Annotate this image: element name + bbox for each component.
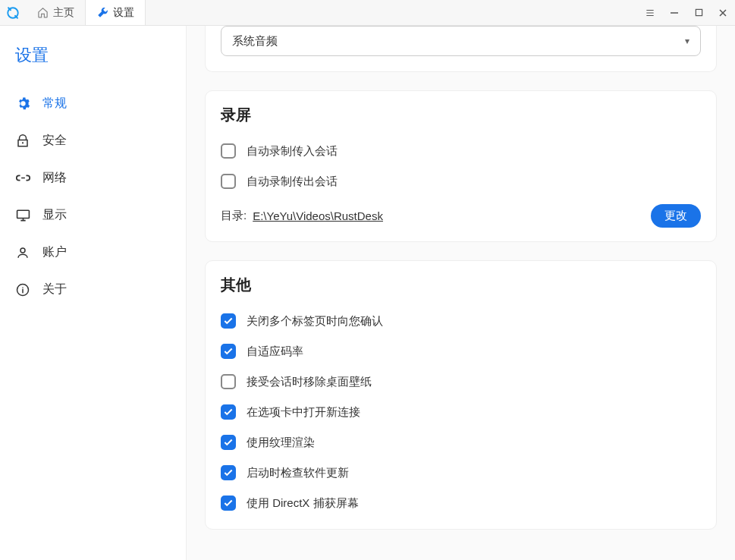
lock-icon [15, 134, 30, 149]
checkbox-row-auto-in[interactable]: 自动录制传入会话 [221, 136, 701, 166]
svg-rect-0 [696, 9, 702, 15]
svg-point-1 [22, 142, 24, 143]
sidebar-item-label: 常规 [42, 96, 67, 112]
content-area: 系统音频 ▾ 录屏 自动录制传入会话 自动录制传出会话 目录: E:\ [187, 26, 735, 560]
user-icon [15, 245, 30, 260]
checkbox-row[interactable]: 自适应码率 [221, 336, 701, 367]
checkbox-label: 关闭多个标签页时向您确认 [247, 314, 383, 329]
recording-title: 录屏 [221, 105, 701, 125]
sidebar-item-label: 显示 [42, 207, 67, 223]
checkbox-icon [221, 143, 236, 159]
sidebar-item-account[interactable]: 账户 [0, 234, 186, 271]
checkbox-label: 自动录制传出会话 [247, 175, 338, 189]
recording-path-row: 目录: E:\YeYu\Videos\RustDesk 更改 [221, 197, 701, 231]
checkbox-label: 接受会话时移除桌面壁纸 [247, 375, 372, 389]
checkbox-row[interactable]: 启动时检查软件更新 [221, 458, 701, 488]
sidebar-item-label: 账户 [42, 244, 67, 260]
sidebar: 设置 常规 安全 网络 显示 [0, 26, 187, 560]
sidebar-item-network[interactable]: 网络 [0, 159, 186, 197]
checkbox-icon [221, 313, 236, 329]
checkbox-row-auto-out[interactable]: 自动录制传出会话 [221, 166, 701, 197]
sidebar-item-label: 网络 [42, 170, 67, 186]
checkbox-row[interactable]: 接受会话时移除桌面壁纸 [221, 367, 701, 397]
main-area: 设置 常规 安全 网络 显示 [0, 26, 735, 560]
close-button[interactable] [711, 0, 735, 25]
chevron-down-icon: ▾ [685, 36, 689, 46]
home-icon [36, 7, 49, 19]
link-icon [15, 171, 30, 186]
recording-path[interactable]: E:\YeYu\Videos\RustDesk [253, 209, 383, 222]
sidebar-item-about[interactable]: 关于 [0, 271, 186, 308]
checkbox-icon [221, 374, 236, 389]
sidebar-item-security[interactable]: 安全 [0, 122, 186, 159]
checkbox-icon [221, 344, 236, 359]
wrench-icon [96, 7, 108, 19]
recording-card: 录屏 自动录制传入会话 自动录制传出会话 目录: E:\YeYu\Videos\… [205, 90, 717, 242]
checkbox-icon [221, 435, 236, 450]
menu-icon[interactable] [638, 0, 662, 25]
checkbox-row[interactable]: 在选项卡中打开新连接 [221, 397, 701, 427]
info-icon [15, 282, 30, 297]
svg-point-3 [20, 248, 25, 253]
title-bar: 主页 设置 [0, 0, 735, 26]
checkbox-row[interactable]: 使用 DirectX 捕获屏幕 [221, 488, 701, 518]
checkbox-icon [221, 174, 236, 189]
checkbox-icon [221, 465, 236, 480]
checkbox-label: 自动录制传入会话 [247, 144, 338, 159]
window-controls [638, 0, 735, 25]
svg-rect-2 [17, 210, 29, 218]
checkbox-row[interactable]: 关闭多个标签页时向您确认 [221, 306, 701, 336]
gear-icon [15, 96, 30, 112]
audio-select[interactable]: 系统音频 ▾ [221, 26, 701, 56]
checkbox-label: 启动时检查软件更新 [247, 466, 349, 480]
app-logo-icon [0, 0, 26, 25]
audio-select-value: 系统音频 [232, 34, 278, 49]
tab-home-label: 主页 [53, 6, 74, 20]
sidebar-item-general[interactable]: 常规 [0, 85, 186, 122]
tab-home[interactable]: 主页 [26, 0, 86, 25]
minimize-button[interactable] [662, 0, 686, 25]
audio-card: 系统音频 ▾ [205, 26, 717, 72]
tab-settings-label: 设置 [113, 6, 134, 20]
maximize-button[interactable] [686, 0, 711, 25]
checkbox-label: 使用纹理渲染 [247, 436, 315, 450]
checkbox-icon [221, 496, 236, 511]
tab-settings[interactable]: 设置 [86, 0, 146, 25]
sidebar-item-label: 安全 [42, 133, 67, 149]
sidebar-item-label: 关于 [42, 282, 67, 297]
change-path-button[interactable]: 更改 [651, 204, 701, 228]
checkbox-icon [221, 404, 236, 420]
checkbox-label: 自适应码率 [247, 344, 303, 359]
path-label: 目录: [221, 209, 247, 223]
monitor-icon [15, 208, 30, 223]
other-title: 其他 [221, 275, 701, 295]
sidebar-item-display[interactable]: 显示 [0, 197, 186, 234]
sidebar-title: 设置 [0, 38, 186, 85]
checkbox-label: 使用 DirectX 捕获屏幕 [247, 496, 359, 511]
checkbox-row[interactable]: 使用纹理渲染 [221, 427, 701, 458]
checkbox-label: 在选项卡中打开新连接 [247, 405, 360, 420]
other-card: 其他 关闭多个标签页时向您确认自适应码率接受会话时移除桌面壁纸在选项卡中打开新连… [205, 260, 717, 530]
